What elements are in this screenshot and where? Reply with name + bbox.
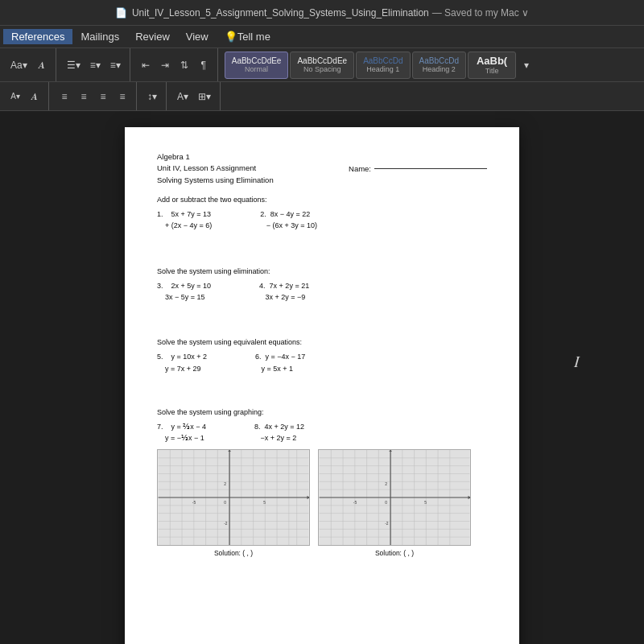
problem-5: 5. y = 10x + 2 y = 7x + 29 xyxy=(157,351,207,374)
problem-2: 2. 8x − 4y = 22 − (6x + 3y = 10) xyxy=(260,208,317,232)
svg-text:5: 5 xyxy=(424,501,427,505)
style-heading1[interactable]: AaBbCcDd Heading 1 xyxy=(356,52,410,79)
svg-text:2: 2 xyxy=(385,482,387,486)
decrease-indent-button[interactable]: ⇤ xyxy=(137,55,155,76)
borders-button[interactable]: ⊞▾ xyxy=(194,86,215,107)
problem-6: 6. y = −4x − 17 y = 5x + 1 xyxy=(255,351,305,374)
prob8-line1: 4x + 2y = 12 xyxy=(265,423,305,431)
prob8-line2: −x + 2y = 2 xyxy=(254,434,296,442)
style-nospace-label: No Spacing xyxy=(303,65,341,73)
section3-instruction: Solve the system using equivalent equati… xyxy=(157,338,487,346)
problem-1: 1. 5x + 7y = 13 + (2x − 4y = 6) xyxy=(157,208,212,232)
prob5-num: 5. xyxy=(157,353,169,361)
menu-review[interactable]: Review xyxy=(127,29,178,44)
style-h2-label: Heading 2 xyxy=(423,65,456,73)
name-label: Name: xyxy=(349,164,371,173)
menu-mailings[interactable]: Mailings xyxy=(72,29,127,44)
problem-row-3: 5. y = 10x + 2 y = 7x + 29 6. y = −4x − … xyxy=(157,351,487,374)
bullets-button[interactable]: ☰▾ xyxy=(63,55,85,76)
toolbar-row1: Aa▾ 𝑨 ☰▾ ≡▾ ≡▾ ⇤ ⇥ ⇅ ¶ AaBbCcDdEe Normal… xyxy=(0,48,644,82)
prob7-line2: y = −⅓x − 1 xyxy=(157,434,204,442)
font-icon-button[interactable]: 𝑨 xyxy=(33,55,51,76)
list-group: ☰▾ ≡▾ ≡▾ xyxy=(63,48,130,81)
align-right-button[interactable]: ≡ xyxy=(94,86,112,107)
prob4-line1: 7x + 2y = 21 xyxy=(270,282,310,290)
document-title: Unit_IV_Lesson_5_Assignment_Solving_Syst… xyxy=(132,7,429,19)
tell-me-field[interactable]: 💡 Tell me xyxy=(217,29,279,44)
document-page: Algebra 1 Unit IV, Lesson 5 Assignment S… xyxy=(125,127,519,644)
style-normal[interactable]: AaBbCcDdEe Normal xyxy=(225,52,289,79)
prob7-num: 7. xyxy=(157,423,169,431)
style-h2-preview: AaBbCcDd xyxy=(419,56,459,65)
svg-text:0: 0 xyxy=(385,501,387,505)
menu-references[interactable]: References xyxy=(3,29,72,44)
align-center-button[interactable]: ≡ xyxy=(75,86,93,107)
graph-1: 0 5 -5 2 -2 xyxy=(157,449,310,546)
graphs-row: 0 5 -5 2 -2 xyxy=(157,449,487,546)
styles-expand-button[interactable]: ▾ xyxy=(518,55,535,76)
prob6-line1: y = −4x − 17 xyxy=(266,353,306,361)
doc-icon: 📄 xyxy=(115,7,127,19)
menu-view[interactable]: View xyxy=(178,29,217,44)
problem-3: 3. 2x + 5y = 10 3x − 5y = 15 xyxy=(157,280,211,303)
problem-row-4: 7. y = ⅔x − 4 y = −⅓x − 1 8. 4x + 2y = 1… xyxy=(157,421,487,444)
solution-1: Solution: ( , ) xyxy=(157,549,310,557)
shading-button[interactable]: A▾ xyxy=(173,86,192,107)
solution2-label: Solution: ( , ) xyxy=(375,549,414,557)
prob8-num: 8. xyxy=(254,423,262,431)
graph-2: 0 5 -5 2 -2 xyxy=(318,449,471,546)
font-size-down-button[interactable]: A▾ xyxy=(6,86,24,107)
style-title[interactable]: AaBb( Title xyxy=(468,52,516,79)
style-h1-label: Heading 1 xyxy=(366,65,399,73)
lightbulb-icon: 💡 xyxy=(225,31,237,43)
style-no-spacing[interactable]: AaBbCcDdEe No Spacing xyxy=(290,52,354,79)
line-spacing-button[interactable]: ↕▾ xyxy=(143,86,161,107)
prob6-line2: y = 5x + 1 xyxy=(255,365,293,373)
align-left-button[interactable]: ≡ xyxy=(56,86,73,107)
prob6-num: 6. xyxy=(255,353,263,361)
graph1-svg: 0 5 -5 2 -2 xyxy=(158,450,309,545)
prob2-num: 2. xyxy=(260,210,268,218)
solution1-label: Solution: ( , ) xyxy=(214,549,253,557)
font-group: Aa▾ 𝑨 xyxy=(6,48,56,81)
section-add-subtract: Add or subtract the two equations: 1. 5x… xyxy=(157,196,487,232)
show-marks-button[interactable]: ¶ xyxy=(195,55,213,76)
title-bar: 📄 Unit_IV_Lesson_5_Assignment_Solving_Sy… xyxy=(0,0,644,26)
name-underline[interactable] xyxy=(374,168,487,169)
menu-bar: References Mailings Review View 💡 Tell m… xyxy=(0,26,644,48)
solution-row: Solution: ( , ) Solution: ( , ) xyxy=(157,549,487,557)
prob1-num: 1. xyxy=(157,210,169,218)
prob5-line1: y = 10x + 2 xyxy=(171,353,208,361)
prob5-line2: y = 7x + 29 xyxy=(157,365,201,373)
svg-text:-2: -2 xyxy=(385,522,389,526)
svg-text:-5: -5 xyxy=(353,501,357,505)
problem-8: 8. 4x + 2y = 12 −x + 2y = 2 xyxy=(254,421,304,444)
prob7-line1: y = ⅔x − 4 xyxy=(171,423,207,431)
multilevel-button[interactable]: ≡▾ xyxy=(106,55,125,76)
style-title-label: Title xyxy=(485,67,499,75)
saved-status: — Saved to my Mac ∨ xyxy=(432,7,529,19)
svg-text:-5: -5 xyxy=(192,501,196,505)
text-cursor: 𝐼 xyxy=(574,353,580,371)
align-group: ≡ ≡ ≡ ≡ xyxy=(56,82,137,110)
svg-text:0: 0 xyxy=(224,501,226,505)
increase-indent-button[interactable]: ⇥ xyxy=(156,55,174,76)
solution-2: Solution: ( , ) xyxy=(318,549,471,557)
algebra-title: Algebra 1 xyxy=(157,151,274,163)
section4-instruction: Solve the system using graphing: xyxy=(157,408,487,416)
sort-button[interactable]: ⇅ xyxy=(175,55,193,76)
main-area: Algebra 1 Unit IV, Lesson 5 Assignment S… xyxy=(0,111,644,644)
align-justify-button[interactable]: ≡ xyxy=(114,86,131,107)
prob1-line1: 5x + 7y = 13 xyxy=(171,210,212,218)
problem-4: 4. 7x + 2y = 21 3x + 2y = −9 xyxy=(259,280,309,303)
section1-instruction: Add or subtract the two equations: xyxy=(157,196,487,204)
numbering-button[interactable]: ≡▾ xyxy=(86,55,105,76)
name-line: Name: xyxy=(349,151,487,186)
svg-text:-2: -2 xyxy=(224,522,228,526)
font-style-button[interactable]: 𝑨 xyxy=(26,86,43,107)
prob2-line1: 8x − 4y = 22 xyxy=(270,210,311,218)
style-heading2[interactable]: AaBbCcDd Heading 2 xyxy=(412,52,466,79)
section-graphing: Solve the system using graphing: 7. y = … xyxy=(157,408,487,557)
font-aa-button[interactable]: Aa▾ xyxy=(6,55,31,76)
prob1-line2: + (2x − 4y = 6) xyxy=(157,221,212,229)
